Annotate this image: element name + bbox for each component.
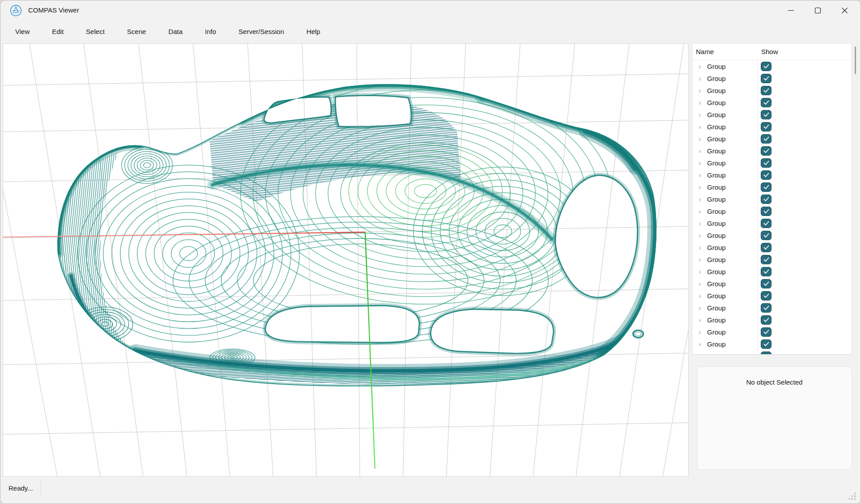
chevron-right-icon[interactable]: › xyxy=(699,339,701,350)
tree-row-group[interactable]: ›Group xyxy=(692,97,852,109)
show-checkbox[interactable] xyxy=(761,207,771,216)
chevron-right-icon[interactable]: › xyxy=(699,73,701,84)
chevron-right-icon[interactable]: › xyxy=(699,145,701,157)
tree-row-group[interactable]: ›Group xyxy=(692,241,852,254)
checkmark-icon xyxy=(763,161,769,165)
minimize-icon xyxy=(788,7,794,14)
menu-edit[interactable]: Edit xyxy=(41,20,75,43)
show-checkbox[interactable] xyxy=(761,86,771,95)
show-checkbox[interactable] xyxy=(761,98,771,107)
tree-row-group[interactable]: ›Group xyxy=(692,193,852,205)
column-header-show: Show xyxy=(761,43,778,60)
tree-row-group[interactable]: ›Group xyxy=(692,157,852,169)
checkmark-icon xyxy=(763,209,769,214)
show-checkbox[interactable] xyxy=(761,255,771,264)
chevron-right-icon[interactable]: › xyxy=(699,278,701,289)
show-checkbox[interactable] xyxy=(761,327,771,337)
tree-row-group[interactable]: ›Group xyxy=(692,326,852,338)
menu-info[interactable]: Info xyxy=(194,20,227,43)
chevron-right-icon[interactable]: › xyxy=(699,109,701,120)
tree-row-group[interactable]: ›Group xyxy=(692,278,852,290)
tree-row-group[interactable]: ›Group xyxy=(692,205,852,217)
tree-row-group[interactable]: ›Group xyxy=(692,290,852,302)
tree-row-group[interactable]: ›Group xyxy=(692,217,852,229)
show-checkbox[interactable] xyxy=(761,267,771,276)
show-checkbox[interactable] xyxy=(761,231,771,240)
show-checkbox[interactable] xyxy=(761,291,771,301)
chevron-right-icon[interactable]: › xyxy=(699,194,701,205)
show-checkbox[interactable] xyxy=(761,182,771,192)
chevron-right-icon[interactable]: › xyxy=(699,121,701,132)
tree-row-group[interactable]: ›Group xyxy=(692,314,852,326)
tree-row-group[interactable]: ›Group xyxy=(692,85,852,97)
menu-scene[interactable]: Scene xyxy=(116,20,158,43)
chevron-right-icon[interactable]: › xyxy=(699,169,701,181)
chevron-right-icon[interactable]: › xyxy=(699,133,701,144)
show-checkbox[interactable] xyxy=(761,219,771,228)
chevron-right-icon[interactable]: › xyxy=(699,157,701,169)
menu-select[interactable]: Select xyxy=(75,20,116,43)
show-checkbox[interactable] xyxy=(761,352,771,354)
tree-row-group[interactable]: ›Group xyxy=(692,350,852,354)
show-checkbox[interactable] xyxy=(761,62,771,71)
show-checkbox[interactable] xyxy=(761,243,771,252)
chevron-right-icon[interactable]: › xyxy=(699,326,701,338)
scene-canvas[interactable] xyxy=(3,44,688,476)
tree-row-group[interactable]: ›Group xyxy=(692,72,852,85)
show-checkbox[interactable] xyxy=(761,74,771,83)
chevron-right-icon[interactable]: › xyxy=(699,314,701,326)
chevron-right-icon[interactable]: › xyxy=(699,97,701,108)
show-checkbox[interactable] xyxy=(761,195,771,204)
tree-row-group[interactable]: ›Group xyxy=(692,145,852,157)
chevron-right-icon[interactable]: › xyxy=(699,266,701,277)
chevron-right-icon[interactable]: › xyxy=(699,230,701,241)
show-checkbox[interactable] xyxy=(761,303,771,313)
y-axis-line xyxy=(365,232,375,469)
tree-row-group[interactable]: ›Group xyxy=(692,181,852,193)
chevron-right-icon[interactable]: › xyxy=(699,254,701,265)
tree-row-group[interactable]: ›Group xyxy=(692,266,852,278)
tree-row-group[interactable]: ›Group xyxy=(692,60,852,72)
show-checkbox[interactable] xyxy=(761,158,771,168)
chevron-right-icon[interactable]: › xyxy=(699,61,701,72)
show-checkbox[interactable] xyxy=(761,146,771,156)
chevron-right-icon[interactable]: › xyxy=(699,206,701,217)
menu-bar: ViewEditSelectSceneDataInfoServer/Sessio… xyxy=(4,20,332,43)
show-checkbox[interactable] xyxy=(761,134,771,144)
show-checkbox[interactable] xyxy=(761,279,771,288)
checkmark-icon xyxy=(763,100,769,105)
show-checkbox[interactable] xyxy=(761,110,771,119)
menu-server-session[interactable]: Server/Session xyxy=(227,20,295,43)
tree-row-group[interactable]: ›Group xyxy=(692,133,852,145)
chevron-right-icon[interactable]: › xyxy=(699,290,701,301)
show-checkbox[interactable] xyxy=(761,315,771,325)
tree-row-group[interactable]: ›Group xyxy=(692,338,852,350)
tree-row-group[interactable]: ›Group xyxy=(692,254,852,266)
chevron-right-icon[interactable]: › xyxy=(699,351,701,354)
minimize-button[interactable] xyxy=(777,0,804,20)
tree-scrollbar[interactable] xyxy=(855,47,856,74)
group-label: Group xyxy=(707,266,726,278)
chevron-right-icon[interactable]: › xyxy=(699,302,701,313)
tree-row-group[interactable]: ›Group xyxy=(692,109,852,121)
chevron-right-icon[interactable]: › xyxy=(699,218,701,229)
show-checkbox[interactable] xyxy=(761,339,771,349)
tree-row-group[interactable]: ›Group xyxy=(692,121,852,133)
menu-help[interactable]: Help xyxy=(295,20,332,43)
checkmark-icon xyxy=(763,257,769,262)
group-label: Group xyxy=(707,205,726,217)
tree-row-group[interactable]: ›Group xyxy=(692,169,852,181)
tree-row-group[interactable]: ›Group xyxy=(692,302,852,314)
viewport-3d[interactable] xyxy=(3,43,689,477)
chevron-right-icon[interactable]: › xyxy=(699,242,701,253)
resize-grip-icon[interactable] xyxy=(848,492,857,500)
menu-view[interactable]: View xyxy=(4,20,41,43)
tree-row-group[interactable]: ›Group xyxy=(692,229,852,241)
chevron-right-icon[interactable]: › xyxy=(699,182,701,193)
show-checkbox[interactable] xyxy=(761,170,771,180)
menu-data[interactable]: Data xyxy=(157,20,194,43)
chevron-right-icon[interactable]: › xyxy=(699,85,701,96)
show-checkbox[interactable] xyxy=(761,122,771,131)
close-button[interactable] xyxy=(831,0,858,20)
maximize-button[interactable] xyxy=(804,0,831,20)
